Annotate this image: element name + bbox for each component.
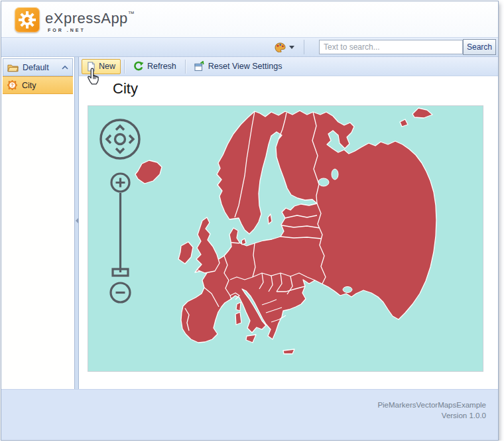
page-title: City [113, 80, 138, 97]
map-canvas [88, 106, 483, 371]
new-button-label: New [99, 62, 115, 71]
divider [304, 40, 304, 54]
chevron-down-icon [289, 46, 294, 49]
brand-band: eXpressApp™ FOR .NET [1, 1, 498, 37]
new-document-icon [87, 62, 95, 72]
zoom-out-button[interactable] [109, 281, 132, 304]
brand-text: eXpressApp™ FOR .NET [45, 10, 135, 32]
sidebar-splitter[interactable] [74, 57, 79, 389]
sidebar-group-default[interactable]: Default [3, 58, 73, 76]
chevron-up-icon [62, 66, 68, 70]
navigation-sidebar: Default ? City [1, 57, 74, 389]
toolbar-separator [124, 60, 125, 74]
splitter-grip-icon [76, 218, 78, 223]
toolbar-separator [185, 60, 186, 74]
footer-app-name: PieMarkersVectorMapsExample [1, 400, 486, 410]
sidebar-group-label: Default [23, 63, 58, 72]
refresh-button-label: Refresh [147, 62, 176, 71]
map-pan-control[interactable] [98, 117, 142, 161]
model-gear-icon: ? [7, 80, 17, 90]
search-button[interactable]: Search [463, 39, 496, 55]
reset-view-settings-label: Reset View Settings [208, 62, 283, 71]
refresh-button[interactable]: Refresh [128, 59, 182, 74]
reset-view-settings-button[interactable]: Reset View Settings [189, 59, 288, 74]
sidebar-item-city[interactable]: ? City [3, 76, 73, 94]
refresh-icon [133, 61, 144, 72]
vector-map-europe[interactable] [88, 105, 483, 372]
folder-icon [7, 63, 19, 72]
search-input[interactable] [319, 40, 463, 54]
zoom-slider[interactable] [109, 192, 131, 281]
footer: PieMarkersVectorMapsExample Version 1.0.… [1, 389, 498, 441]
new-button[interactable]: New [82, 59, 121, 74]
theme-picker-button[interactable] [275, 40, 300, 54]
top-toolbar-band: Search [1, 37, 498, 57]
svg-text:?: ? [11, 82, 14, 88]
sidebar-item-label: City [22, 81, 36, 90]
app-logo [15, 7, 40, 32]
palette-icon [275, 42, 286, 52]
gear-logo-icon [17, 10, 37, 30]
reset-view-icon [194, 61, 205, 72]
zoom-in-button[interactable] [109, 172, 131, 194]
app-title: eXpressApp [45, 10, 128, 27]
action-toolbar: New Refresh Reset View Settings [79, 57, 498, 76]
trademark: ™ [128, 10, 135, 17]
app-subtitle: FOR .NET [45, 28, 135, 32]
app-window: eXpressApp™ FOR .NET Search D [1, 1, 499, 441]
footer-version: Version 1.0.0 [1, 410, 486, 421]
